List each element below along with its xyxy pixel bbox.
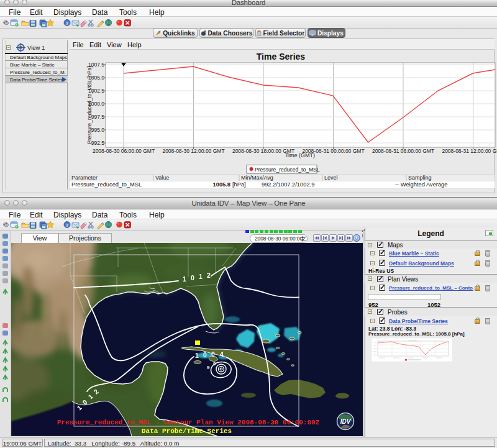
- svg-text:0: 0: [211, 350, 215, 358]
- svg-text:2008-08-31 06:00:00 GMT: 2008-08-31 06:00:00 GMT: [372, 148, 434, 154]
- svg-text:Level: Level: [324, 175, 338, 181]
- svg-text:2008-08-30 06:00:00 GMT: 2008-08-30 06:00:00 GMT: [93, 148, 155, 154]
- svg-text:Time Series: Time Series: [409, 339, 417, 341]
- svg-text:Data Probe/Time Series: Data Probe/Time Series: [142, 427, 232, 435]
- svg-text:Pressure_reduced_to_MSL [hPa]: Pressure_reduced_to_MSL [hPa]: [86, 66, 93, 144]
- svg-text:9: 9: [207, 365, 210, 370]
- svg-text:1: 1: [195, 352, 199, 359]
- svg-text:992.5: 992.5: [91, 140, 105, 146]
- svg-text:[hPa]: [hPa]: [232, 181, 246, 188]
- svg-text:?: ?: [66, 222, 69, 228]
- svg-text:2008-08-30 12:00:00 GMT: 2008-08-30 12:00:00 GMT: [162, 148, 224, 154]
- svg-text:1: 1: [183, 275, 186, 283]
- svg-text:IDV: IDV: [340, 418, 352, 425]
- svg-text:2008-08-31 12:00:00 GMT: 2008-08-31 12:00:00 GMT: [442, 148, 497, 154]
- svg-text:9: 9: [213, 361, 216, 367]
- svg-text:0: 0: [203, 351, 207, 359]
- svg-text:1005.8: 1005.8: [213, 181, 230, 188]
- svg-text:Parameter: Parameter: [71, 175, 98, 181]
- svg-text:995.0: 995.0: [91, 127, 105, 133]
- svg-text:0: 0: [191, 274, 194, 281]
- svg-text:Pressure_reduced_to_MSL: Pressure_reduced_to_MSL: [255, 167, 320, 173]
- svg-text:Min/Max/Avg: Min/Max/Avg: [241, 175, 273, 181]
- svg-text:997.5: 997.5: [91, 114, 105, 120]
- svg-text:1: 1: [199, 273, 203, 280]
- svg-text:4: 4: [220, 350, 224, 358]
- svg-text:Time Series: Time Series: [257, 52, 306, 62]
- svg-text:Value: Value: [155, 175, 169, 181]
- svg-text:Pressure_reduced_to_MSL: Pressure_reduced_to_MSL: [71, 181, 142, 188]
- svg-text:Time (GMT): Time (GMT): [285, 152, 315, 158]
- svg-text:2: 2: [207, 272, 211, 279]
- svg-text:Sampling: Sampling: [408, 175, 432, 181]
- svg-text:992.2/1007.2/1002.9: 992.2/1007.2/1002.9: [262, 181, 314, 188]
- svg-text:Pressure_reduced_to_MSL - Cont: Pressure_reduced_to_MSL - Contour Plan V…: [57, 419, 320, 426]
- svg-text:-- Weighted Average: -- Weighted Average: [395, 181, 447, 188]
